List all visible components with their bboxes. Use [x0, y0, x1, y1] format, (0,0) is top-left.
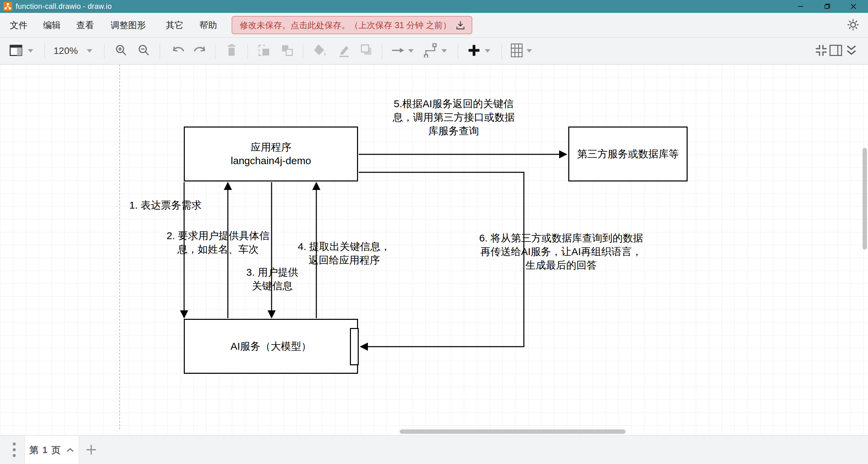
close-icon	[850, 3, 857, 10]
sun-icon	[847, 18, 860, 31]
vertical-dots-icon	[12, 442, 17, 458]
toolbar-separator	[104, 44, 104, 59]
redo-icon	[193, 45, 207, 56]
edge-label-6[interactable]: 6. 将从第三方或数据库查询到的数据 再传送给AI服务，让AI再组织语言， 生成…	[479, 231, 643, 272]
node-application-label-line2: langchain4j-demo	[231, 154, 311, 168]
restore-button[interactable]	[820, 0, 835, 13]
tab-chevron-up-icon	[66, 448, 74, 452]
delete-button[interactable]	[225, 44, 238, 58]
menu-edit[interactable]: 编辑	[43, 13, 61, 37]
node-third-party[interactable]: 第三方服务或数据库等	[568, 127, 688, 181]
fit-page-icon	[814, 44, 828, 57]
menu-extras[interactable]: 其它	[166, 13, 183, 37]
drawio-window: function-call.drawio - draw.io 文件 编辑 查看 …	[0, 0, 868, 464]
collapse-toolbar-button[interactable]	[844, 44, 859, 58]
waypoints-button[interactable]	[424, 43, 437, 59]
line-color-icon	[337, 44, 351, 57]
node-application[interactable]: 应用程序 langchain4j-demo	[184, 127, 358, 181]
edge-label-1[interactable]: 1. 表达票务需求	[129, 198, 201, 212]
redo-button[interactable]	[193, 45, 207, 57]
connection-caret-icon[interactable]	[408, 49, 414, 53]
shadow-icon	[360, 44, 373, 57]
format-panel-icon	[829, 44, 843, 57]
table-icon	[510, 43, 524, 58]
view-layout-icon	[9, 45, 23, 56]
zoom-in-icon	[115, 44, 127, 57]
zoom-level-value: 120%	[54, 45, 78, 56]
canvas[interactable]: 应用程序 langchain4j-demo 第三方服务或数据库等 AI服务（大模…	[0, 64, 868, 435]
zoom-out-icon	[137, 44, 150, 57]
horizontal-scrollbar-thumb[interactable]	[400, 429, 626, 434]
toolbar-separator	[303, 44, 303, 59]
insert-plus-icon	[467, 44, 481, 57]
ai-service-input-port[interactable]	[350, 328, 359, 365]
to-front-icon	[258, 44, 271, 57]
unsaved-warning-text: 修改未保存。点击此处保存。（上次保存 31 分钟 之前）	[240, 20, 451, 31]
fill-color-button[interactable]	[313, 44, 327, 58]
zoom-level-button[interactable]: 120%	[54, 45, 78, 56]
fill-color-icon	[313, 44, 327, 57]
toolbar-separator	[382, 44, 382, 59]
waypoints-caret-icon[interactable]	[441, 49, 447, 53]
titlebar: function-call.drawio - draw.io	[0, 0, 868, 13]
toolbar-separator	[160, 44, 160, 59]
edge-label-3[interactable]: 3. 用户提供 关键信息	[246, 266, 298, 293]
zoom-out-button[interactable]	[137, 44, 150, 58]
add-page-plus-icon	[85, 444, 97, 456]
page-boundary-dashed-line	[119, 64, 120, 429]
to-front-button[interactable]	[258, 44, 271, 58]
menu-view[interactable]: 查看	[76, 13, 94, 37]
shadow-button[interactable]	[360, 44, 373, 58]
menu-file[interactable]: 文件	[10, 13, 27, 37]
table-button[interactable]	[510, 43, 524, 59]
menu-help[interactable]: 帮助	[199, 13, 217, 37]
zoom-in-button[interactable]	[115, 44, 127, 58]
trash-icon	[225, 44, 238, 57]
close-button[interactable]	[846, 0, 861, 13]
add-page-button[interactable]	[83, 442, 100, 459]
view-layout-button[interactable]	[9, 45, 23, 57]
theme-toggle-button[interactable]	[846, 18, 860, 32]
toolbar-separator	[215, 44, 215, 59]
toolbar-separator	[501, 44, 502, 59]
node-ai-service[interactable]: AI服务（大模型）	[184, 319, 358, 374]
insert-caret-icon[interactable]	[485, 49, 490, 53]
undo-button[interactable]	[171, 45, 185, 57]
minimize-icon	[797, 3, 804, 10]
pages-menu-button[interactable]	[6, 442, 22, 459]
connection-style-button[interactable]	[391, 46, 405, 56]
node-third-party-label: 第三方服务或数据库等	[577, 147, 679, 161]
fit-page-button[interactable]	[814, 44, 828, 58]
save-download-icon	[455, 20, 466, 30]
double-chevron-down-icon	[844, 44, 859, 57]
node-application-label-line1: 应用程序	[251, 140, 291, 154]
insert-button[interactable]	[467, 44, 481, 58]
page-tab-1[interactable]: 第 1 页	[24, 436, 79, 464]
line-color-button[interactable]	[337, 44, 351, 58]
zoom-dropdown-caret-icon[interactable]	[87, 49, 92, 53]
connection-arrow-icon	[391, 46, 405, 55]
format-panel-toggle-button[interactable]	[829, 44, 843, 58]
toolbar-separator	[44, 44, 45, 59]
menu-arrange[interactable]: 调整图形	[111, 13, 146, 37]
node-ai-service-label: AI服务（大模型）	[231, 340, 311, 353]
to-back-icon	[281, 44, 294, 57]
page-tabs-bar: 第 1 页	[0, 435, 868, 464]
toolbar-separator	[248, 44, 248, 59]
unsaved-changes-warning[interactable]: 修改未保存。点击此处保存。（上次保存 31 分钟 之前）	[232, 16, 472, 34]
menubar: 文件 编辑 查看 调整图形 其它 帮助 修改未保存。点击此处保存。（上次保存 3…	[0, 13, 868, 37]
toolbar-separator	[458, 44, 458, 59]
page-tab-label: 第 1 页	[29, 444, 61, 456]
to-back-button[interactable]	[281, 44, 294, 58]
edge-label-4[interactable]: 4. 提取出关键信息， 返回给应用程序	[298, 240, 390, 267]
table-caret-icon[interactable]	[527, 49, 532, 53]
drawio-logo-icon	[3, 2, 12, 11]
minimize-button[interactable]	[793, 0, 808, 13]
edge-label-5[interactable]: 5.根据AI服务返回的关键信 息，调用第三方接口或数据 库服务查询	[393, 97, 515, 138]
waypoints-icon	[424, 43, 437, 58]
vertical-scrollbar-thumb[interactable]	[863, 148, 867, 250]
view-dropdown-caret-icon[interactable]	[28, 49, 33, 53]
window-title: function-call.drawio - draw.io	[16, 2, 112, 11]
edge-label-2[interactable]: 2. 要求用户提供具体信 息，如姓名、车次	[166, 229, 269, 256]
toolbar: 120%	[0, 37, 868, 64]
